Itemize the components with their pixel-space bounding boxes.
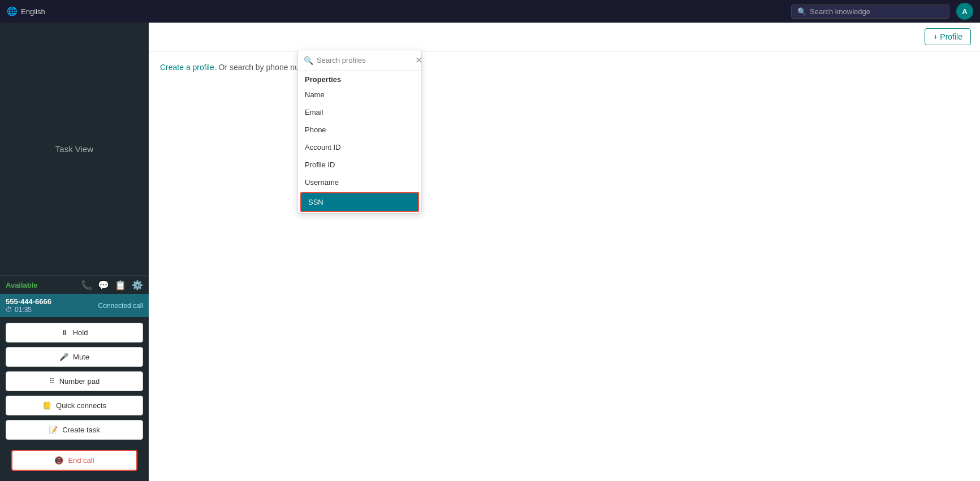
create-task-icon: 📝 [49, 426, 58, 434]
search-profiles-input[interactable] [317, 56, 412, 64]
create-profile-link[interactable]: Create a profile [160, 63, 214, 72]
task-view-label: Task View [0, 23, 149, 276]
language-section: 🌐 English [7, 6, 45, 16]
dropdown-item-email[interactable]: Email [298, 103, 421, 121]
sidebar: Task View Available 📞 💬 📋 ⚙️ 555-444-666… [0, 23, 149, 481]
search-icon: 🔍 [304, 56, 313, 65]
hold-icon: ⏸ [61, 328, 68, 337]
quick-connects-button[interactable]: 📒 Quick connects [6, 396, 143, 415]
avatar-initials: A [962, 7, 967, 16]
dropdown-item-username[interactable]: Username [298, 174, 421, 191]
search-knowledge-placeholder: Search knowledge [810, 7, 870, 16]
call-buttons: ⏸ Hold 🎤 Mute ⠿ Number pad 📒 Quick conne… [0, 317, 149, 445]
status-label: Available [6, 281, 38, 289]
status-bar: Available 📞 💬 📋 ⚙️ [0, 276, 149, 294]
create-task-button[interactable]: 📝 Create task [6, 420, 143, 440]
avatar[interactable]: A [956, 3, 973, 20]
dropdown-search-box[interactable]: 🔍 ✕ [298, 50, 421, 71]
close-icon[interactable]: ✕ [415, 55, 422, 66]
globe-icon: 🌐 [7, 6, 18, 16]
content-area: + Profile Create a profile. Or search by… [149, 23, 980, 481]
search-icon: 🔍 [797, 7, 806, 16]
end-call-wrapper: 📵 End call [0, 445, 149, 481]
chat-icon[interactable]: 💬 [98, 280, 109, 291]
task-icon[interactable]: 📋 [115, 280, 126, 291]
search-dropdown: 🔍 ✕ Properties Name Email Phone Account … [297, 50, 422, 214]
timer-icon: ⏱ [6, 306, 12, 314]
call-number: 555-444-6666 [6, 297, 51, 306]
dropdown-item-ssn[interactable]: SSN [300, 192, 419, 212]
dropdown-item-name[interactable]: Name [298, 86, 421, 103]
call-info-left: 555-444-6666 ⏱ 01:35 [6, 297, 51, 314]
dropdown-item-phone[interactable]: Phone [298, 121, 421, 138]
dropdown-item-account-id[interactable]: Account ID [298, 138, 421, 156]
content-body: Create a profile. Or search by phone num… [149, 51, 980, 83]
phone-icon[interactable]: 📞 [81, 280, 92, 291]
call-timer: ⏱ 01:35 [6, 306, 51, 314]
mute-icon: 🎤 [59, 353, 68, 361]
keypad-icon: ⠿ [49, 377, 55, 385]
language-label: English [21, 7, 45, 16]
call-info-bar: 555-444-6666 ⏱ 01:35 Connected call [0, 294, 149, 317]
call-status: Connected call [98, 302, 143, 310]
content-header: + Profile [149, 23, 980, 51]
search-knowledge-box[interactable]: 🔍 Search knowledge [791, 5, 949, 19]
end-call-button[interactable]: 📵 End call [11, 450, 137, 471]
add-profile-button[interactable]: + Profile [925, 28, 971, 45]
status-icons: 📞 💬 📋 ⚙️ [81, 280, 143, 291]
number-pad-button[interactable]: ⠿ Number pad [6, 371, 143, 391]
dropdown-section-label: Properties [298, 71, 421, 86]
hold-button[interactable]: ⏸ Hold [6, 323, 143, 343]
end-call-icon: 📵 [54, 456, 63, 465]
main-layout: Task View Available 📞 💬 📋 ⚙️ 555-444-666… [0, 23, 980, 481]
dropdown-item-profile-id[interactable]: Profile ID [298, 156, 421, 174]
mute-button[interactable]: 🎤 Mute [6, 347, 143, 367]
top-bar: 🌐 English 🔍 Search knowledge A [0, 0, 980, 23]
settings-icon[interactable]: ⚙️ [132, 280, 143, 291]
quick-connects-icon: 📒 [42, 401, 51, 410]
top-bar-right: 🔍 Search knowledge A [791, 3, 973, 20]
